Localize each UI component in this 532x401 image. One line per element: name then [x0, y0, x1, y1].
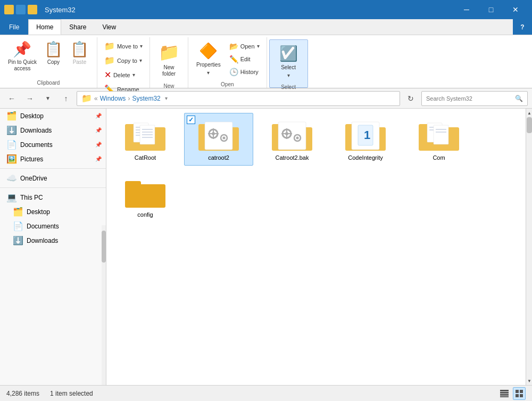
documents-icon: 📄	[6, 140, 17, 150]
svg-rect-50	[520, 390, 523, 393]
selected-count: 1 item selected	[50, 390, 93, 397]
catroot2bak-folder-svg	[271, 118, 313, 152]
folder-config-icon	[124, 175, 167, 209]
pictures-icon: 🖼️	[6, 154, 17, 164]
file-name-codeintegrity: CodeIntegrity	[348, 154, 383, 161]
properties-icon: 🔶	[199, 42, 218, 60]
sidebar-divider-2	[0, 187, 106, 188]
sidebar-item-this-pc[interactable]: 💻 This PC	[0, 190, 106, 204]
refresh-button[interactable]: ↻	[403, 91, 418, 106]
close-button[interactable]: ✕	[503, 0, 528, 19]
svg-point-29	[296, 137, 299, 140]
sidebar-item-pictures-quick[interactable]: 🖼️ Pictures 📌	[0, 152, 106, 166]
scrollbar-track[interactable]	[526, 117, 532, 377]
address-path[interactable]: 📁 « Windows › System32 ▾	[77, 91, 400, 106]
file-item-catroot2[interactable]: catroot2	[184, 113, 253, 166]
addressbar: ← → ▼ ↑ 📁 « Windows › System32 ▾ ↻ 🔍	[0, 88, 532, 109]
sidebar-item-desktop-quick[interactable]: 🗂️ Desktop 📌	[0, 109, 106, 123]
delete-label: Delete	[113, 72, 130, 78]
select-button[interactable]: ☑️ Select ▾	[274, 42, 303, 81]
maximize-button[interactable]: □	[479, 0, 503, 19]
open-buttons: 🔶 Properties ▾ 📂 Open ▾ ✏️ Edit 🕒 Histor…	[190, 37, 264, 80]
minimize-button[interactable]: ─	[454, 0, 479, 19]
folder-catroot2bak-icon	[271, 118, 313, 152]
breadcrumb-windows[interactable]: Windows	[100, 95, 126, 102]
paste-button[interactable]: 📋 Paste	[66, 39, 93, 68]
ribbon-organize-group: 📁 Move to ▾ 📁 Copy to ▾ ✕ Delete ▾ ✏️ Re…	[97, 37, 150, 88]
file-item-catroot[interactable]: CatRoot	[111, 113, 180, 166]
svg-rect-47	[500, 394, 509, 396]
menu-view[interactable]: View	[94, 19, 124, 35]
delete-dropdown-icon: ▾	[132, 72, 135, 78]
file-item-codeintegrity[interactable]: 1 CodeIntegrity	[331, 113, 400, 166]
history-button[interactable]: 🕒 History	[227, 66, 262, 78]
select-buttons: ☑️ Select ▾	[272, 40, 305, 83]
delete-button[interactable]: ✕ Delete ▾	[102, 68, 145, 81]
breadcrumb-arrow: ›	[128, 95, 130, 102]
grid-view-button[interactable]	[513, 387, 526, 400]
sidebar-item-documents-quick[interactable]: 📄 Documents 📌	[0, 137, 106, 152]
downloads-icon: ⬇️	[13, 235, 23, 245]
up-button[interactable]: ↑	[59, 91, 73, 106]
titlebar-controls: ─ □ ✕	[454, 0, 528, 19]
sidebar-item-desktop-pc[interactable]: 🗂️ Desktop	[0, 204, 106, 219]
search-box[interactable]: 🔍	[421, 91, 528, 106]
path-dropdown-btn[interactable]: ▾	[165, 95, 168, 101]
sidebar-item-documents-pc[interactable]: 📄 Documents	[0, 219, 106, 233]
edit-button[interactable]: ✏️ Edit	[227, 53, 262, 65]
open-group-label: Open	[190, 80, 264, 89]
recent-button[interactable]: ▼	[40, 91, 55, 106]
move-to-icon: 📁	[104, 41, 115, 51]
sidebar-item-onedrive[interactable]: ☁️ OneDrive	[0, 171, 106, 185]
app-icon-1	[4, 5, 14, 14]
forward-button[interactable]: →	[22, 91, 37, 106]
scrollbar-thumb[interactable]	[527, 117, 532, 133]
app-icon-3	[28, 5, 37, 14]
computer-icon: 💻	[6, 192, 17, 202]
new-folder-label: Newfolder	[162, 64, 176, 77]
catroot2-folder-svg	[197, 118, 240, 152]
list-view-button[interactable]	[498, 387, 511, 400]
scroll-thumb[interactable]	[102, 231, 106, 263]
list-view-icon	[500, 390, 509, 397]
new-folder-button[interactable]: 📁 Newfolder	[154, 39, 184, 80]
downloads-icon: ⬇️	[6, 125, 17, 135]
copy-to-button[interactable]: 📁 Copy to ▾	[102, 54, 145, 67]
sidebar-item-label: Desktop	[27, 208, 50, 216]
sidebar-item-label: Documents	[20, 141, 53, 149]
copy-to-dropdown-icon: ▾	[139, 58, 142, 63]
back-button[interactable]: ←	[4, 91, 19, 106]
search-input[interactable]	[426, 95, 513, 102]
pin-label: Pin to Quickaccess	[8, 59, 37, 72]
open-dropdown-icon: ▾	[257, 43, 260, 49]
properties-button[interactable]: 🔶 Properties ▾	[193, 39, 225, 78]
sidebar-item-label: Downloads	[20, 127, 52, 134]
copy-label: Copy	[47, 59, 60, 65]
menu-share[interactable]: Share	[61, 19, 94, 35]
catroot2-checkbox[interactable]	[187, 116, 195, 124]
edit-label: Edit	[240, 56, 251, 62]
sidebar-item-label: This PC	[20, 194, 43, 201]
main-layout: 🗂️ Desktop 📌 ⬇️ Downloads 📌 📄 Documents …	[0, 109, 532, 385]
window-title: System32	[41, 6, 454, 14]
file-item-catroot2bak[interactable]: Catroot2.bak	[257, 113, 327, 166]
move-to-button[interactable]: 📁 Move to ▾	[102, 39, 145, 53]
menu-help[interactable]: ?	[513, 19, 532, 35]
file-item-config[interactable]: config	[111, 170, 180, 223]
copy-to-label: Copy to	[117, 58, 137, 64]
copy-button[interactable]: 📋 Copy	[40, 39, 66, 68]
sidebar-item-downloads-pc[interactable]: ⬇️ Downloads	[0, 233, 106, 248]
ribbon-new-group: 📁 Newfolder New	[150, 37, 188, 88]
sidebar-item-downloads-quick[interactable]: ⬇️ Downloads 📌	[0, 123, 106, 137]
menu-home[interactable]: Home	[28, 19, 61, 35]
open-button[interactable]: 📂 Open ▾	[227, 40, 262, 52]
config-folder-svg	[124, 175, 167, 209]
scrollbar-up-button[interactable]: ▲	[526, 109, 532, 117]
menu-file[interactable]: File	[0, 19, 28, 35]
scrollbar-down-button[interactable]: ▼	[526, 377, 532, 385]
breadcrumb-system32[interactable]: System32	[132, 95, 160, 102]
svg-text:1: 1	[364, 128, 370, 142]
file-item-com[interactable]: Com	[404, 113, 473, 166]
search-icon: 🔍	[515, 95, 523, 102]
pin-to-quick-access-button[interactable]: 📌 Pin to Quickaccess	[4, 39, 40, 75]
